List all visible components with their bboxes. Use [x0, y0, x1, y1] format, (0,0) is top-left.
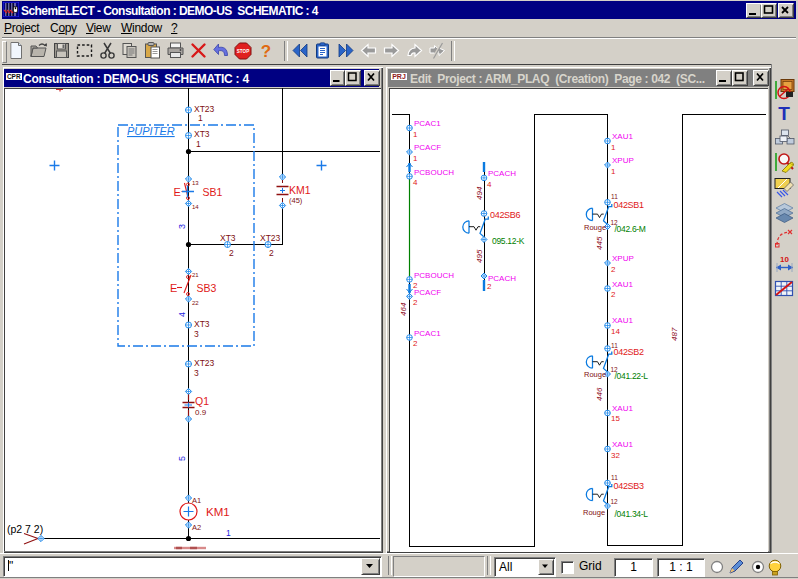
svg-text:1: 1	[198, 113, 203, 123]
svg-text:XT3: XT3	[194, 129, 210, 139]
svg-text:PCACF: PCACF	[414, 288, 441, 297]
svg-text:PCACH: PCACH	[488, 169, 516, 178]
svg-text:/042.6-M: /042.6-M	[615, 224, 646, 234]
svg-text:Rouge: Rouge	[583, 508, 605, 517]
svg-text:/041.34-L: /041.34-L	[615, 509, 649, 519]
svg-text:XT3: XT3	[220, 233, 236, 243]
svg-text:KM1: KM1	[289, 184, 311, 196]
svg-text:2: 2	[413, 298, 418, 307]
svg-text:2: 2	[413, 339, 418, 348]
svg-text:15: 15	[611, 414, 620, 423]
svg-text:XAU1: XAU1	[612, 280, 633, 289]
svg-text:XT23: XT23	[194, 358, 215, 368]
svg-text:11: 11	[611, 474, 618, 481]
svg-text:11: 11	[611, 193, 618, 200]
svg-text:1: 1	[196, 139, 201, 149]
svg-text:4: 4	[487, 180, 492, 189]
svg-text:495: 495	[475, 249, 484, 263]
svg-text:XAU1: XAU1	[612, 404, 633, 413]
svg-text:22: 22	[192, 300, 199, 306]
svg-text:042SB1: 042SB1	[614, 200, 645, 210]
svg-text:1: 1	[226, 528, 231, 538]
svg-text:32: 32	[611, 451, 620, 460]
svg-text:PCBOUCH: PCBOUCH	[414, 271, 454, 280]
svg-text:10: 10	[780, 255, 789, 264]
svg-text:XPUP: XPUP	[612, 156, 634, 165]
svg-text:PCACF: PCACF	[414, 143, 441, 152]
svg-text:XAU1: XAU1	[612, 132, 633, 141]
svg-text:PCAC1: PCAC1	[414, 119, 441, 128]
svg-text:XT23: XT23	[260, 233, 281, 243]
svg-text:1: 1	[413, 154, 418, 163]
svg-text:14: 14	[611, 327, 620, 336]
svg-text:A2: A2	[192, 523, 201, 532]
svg-text:21: 21	[192, 272, 199, 278]
svg-text:3: 3	[177, 224, 187, 229]
svg-text:XAU1: XAU1	[612, 440, 633, 449]
svg-text:KM1: KM1	[206, 506, 230, 518]
svg-text:2: 2	[611, 265, 616, 274]
svg-text:XT3: XT3	[194, 319, 210, 329]
svg-text:/041.22-L: /041.22-L	[615, 371, 649, 381]
svg-text:445: 445	[595, 236, 604, 250]
svg-text:PCACH: PCACH	[488, 274, 516, 283]
svg-text:SB3: SB3	[197, 282, 217, 294]
svg-text:2: 2	[229, 248, 234, 258]
svg-text:E: E	[170, 282, 177, 294]
svg-text:12: 12	[611, 498, 619, 505]
svg-text:2: 2	[269, 248, 274, 258]
svg-text:3: 3	[194, 329, 199, 339]
svg-text:446: 446	[595, 387, 604, 401]
svg-text:042SB6: 042SB6	[490, 210, 521, 220]
svg-text:0.9: 0.9	[195, 408, 207, 417]
svg-text:095.12-K: 095.12-K	[492, 236, 525, 246]
svg-text:13: 13	[192, 180, 199, 186]
svg-text:Rouge: Rouge	[584, 370, 606, 379]
svg-text:042SB2: 042SB2	[614, 347, 645, 357]
svg-text:494: 494	[475, 186, 484, 200]
svg-text:487: 487	[670, 327, 679, 341]
svg-text:XPUP: XPUP	[612, 254, 634, 263]
svg-text:3: 3	[194, 368, 199, 378]
svg-text:4: 4	[413, 178, 418, 187]
svg-text:Q1: Q1	[195, 395, 209, 407]
svg-text:T: T	[778, 103, 790, 124]
svg-text:1: 1	[611, 143, 616, 152]
svg-text:SB1: SB1	[203, 186, 223, 198]
svg-text:14: 14	[192, 204, 199, 210]
svg-text:A1: A1	[192, 496, 201, 505]
svg-text:2: 2	[487, 282, 492, 291]
svg-text:STOP: STOP	[237, 49, 249, 54]
svg-text:1: 1	[413, 130, 418, 139]
svg-text:(45): (45)	[289, 196, 303, 205]
svg-text:(p2 7 2): (p2 7 2)	[7, 523, 43, 535]
svg-text:PUPITER: PUPITER	[127, 125, 175, 137]
svg-text:?: ?	[261, 42, 271, 61]
svg-text:2: 2	[611, 290, 616, 299]
svg-text:Rouge: Rouge	[584, 223, 606, 232]
svg-text:5: 5	[177, 456, 187, 461]
svg-text:4: 4	[177, 312, 187, 317]
svg-text:1: 1	[611, 167, 616, 176]
svg-text:XAU1: XAU1	[612, 316, 633, 325]
svg-text:042SB3: 042SB3	[614, 481, 645, 491]
svg-text:E: E	[174, 186, 181, 198]
svg-text:PCAC1: PCAC1	[414, 329, 441, 338]
svg-text:464: 464	[399, 302, 408, 316]
svg-text:PCBOUCH: PCBOUCH	[414, 168, 454, 177]
